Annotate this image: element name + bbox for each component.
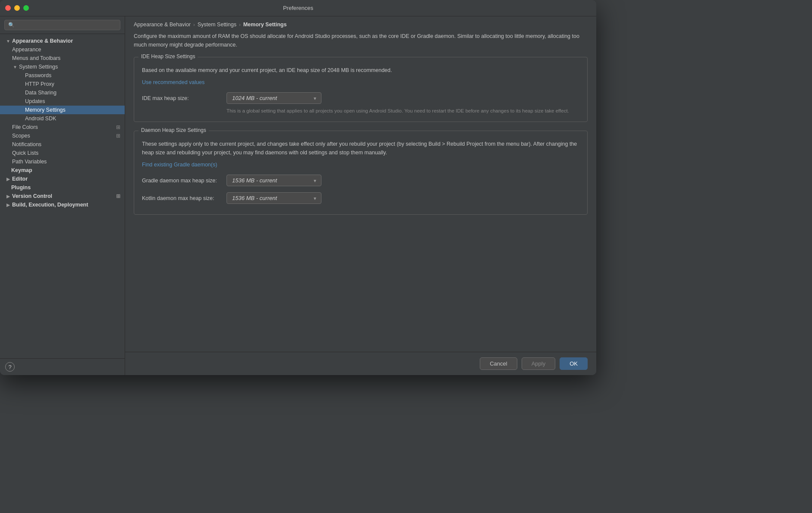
kotlin-label: Kotlin daemon max heap size: — [142, 195, 220, 201]
window-controls — [5, 5, 29, 11]
sidebar-item-label: Updates — [25, 98, 45, 104]
sidebar-item-plugins[interactable]: Plugins — [0, 183, 125, 192]
content-body: Configure the maximum amount of RAM the … — [125, 32, 596, 352]
gradle-heap-select[interactable]: 512 MB 750 MB 1024 MB 1536 MB - current … — [227, 175, 321, 186]
sidebar-item-file-colors[interactable]: File Colors ⊞ — [0, 123, 125, 131]
kotlin-heap-select-wrapper: 512 MB 750 MB 1024 MB 1536 MB - current … — [227, 192, 321, 204]
window-title: Preferences — [283, 5, 313, 11]
main-content: ▼ Appearance & Behavior Appearance Menus… — [0, 16, 596, 375]
use-recommended-link[interactable]: Use recommended values — [142, 79, 205, 85]
gradle-heap-select-wrapper: 512 MB 750 MB 1024 MB 1536 MB - current … — [227, 175, 321, 186]
ide-heap-select-wrapper: 512 MB 750 MB 1024 MB - current 1280 MB … — [227, 92, 321, 104]
sidebar-item-label: Scopes — [12, 133, 30, 139]
sidebar-item-label: File Colors — [12, 124, 38, 130]
sidebar-item-label: Appearance — [12, 47, 41, 53]
ok-button[interactable]: OK — [560, 357, 588, 370]
title-bar: Preferences — [0, 0, 596, 16]
sidebar-item-build-execution[interactable]: ▶ Build, Execution, Deployment — [0, 200, 125, 209]
content-panel: Appearance & Behavior › System Settings … — [125, 16, 596, 375]
sidebar-item-keymap[interactable]: Keymap — [0, 166, 125, 175]
arrow-icon: ▼ — [12, 64, 18, 70]
search-bar[interactable] — [0, 16, 125, 34]
settings-icon: ⊞ — [116, 193, 120, 199]
close-button[interactable] — [5, 5, 11, 11]
sidebar-item-label: Android SDK — [25, 116, 56, 122]
sidebar-item-label: Data Sharing — [25, 90, 57, 96]
sidebar-item-passwords[interactable]: Passwords — [0, 71, 125, 80]
sidebar-item-scopes[interactable]: Scopes ⊞ — [0, 131, 125, 140]
sidebar-footer: ? — [0, 358, 125, 375]
apply-button[interactable]: Apply — [522, 357, 556, 370]
ide-max-label: IDE max heap size: — [142, 95, 220, 101]
sidebar-item-appearance[interactable]: Appearance — [0, 45, 125, 54]
sidebar-item-label: Build, Execution, Deployment — [12, 202, 88, 208]
maximize-button[interactable] — [23, 5, 29, 11]
find-daemon-link[interactable]: Find existing Gradle daemon(s) — [142, 162, 217, 168]
dialog-footer: Cancel Apply OK — [125, 352, 596, 375]
sidebar-item-editor[interactable]: ▶ Editor — [0, 175, 125, 183]
sidebar-item-label: Notifications — [12, 141, 41, 147]
kotlin-heap-select[interactable]: 512 MB 750 MB 1024 MB 1536 MB - current … — [227, 192, 321, 204]
sidebar-item-label: Path Variables — [12, 159, 47, 165]
breadcrumb-part1: Appearance & Behavior — [134, 22, 191, 28]
daemon-heap-section: Daemon Heap Size Settings These settings… — [134, 131, 588, 215]
ide-heap-section: IDE Heap Size Settings Based on the avai… — [134, 57, 588, 122]
arrow-icon: ▶ — [5, 176, 11, 182]
sidebar-item-android-sdk[interactable]: Android SDK — [0, 114, 125, 123]
kotlin-heap-row: Kotlin daemon max heap size: 512 MB 750 … — [142, 192, 579, 204]
sidebar-item-label: System Settings — [19, 64, 58, 70]
breadcrumb: Appearance & Behavior › System Settings … — [125, 16, 596, 32]
arrow-icon: ▼ — [5, 38, 11, 44]
sidebar-item-label: Passwords — [25, 72, 51, 78]
sidebar-item-system-settings[interactable]: ▼ System Settings — [0, 63, 125, 71]
sidebar-item-updates[interactable]: Updates — [0, 97, 125, 106]
breadcrumb-sep2: › — [239, 22, 241, 27]
minimize-button[interactable] — [14, 5, 20, 11]
sidebar-item-path-variables[interactable]: Path Variables — [0, 157, 125, 166]
daemon-heap-section-content: These settings apply only to the current… — [134, 131, 587, 214]
help-button[interactable]: ? — [5, 362, 15, 372]
sidebar-item-data-sharing[interactable]: Data Sharing — [0, 88, 125, 97]
cancel-button[interactable]: Cancel — [480, 357, 517, 370]
ide-heap-row: IDE max heap size: 512 MB 750 MB 1024 MB… — [142, 92, 579, 104]
sidebar-item-label: Plugins — [11, 185, 31, 191]
sidebar-item-label: Appearance & Behavior — [12, 38, 73, 44]
sidebar-item-label: HTTP Proxy — [25, 81, 54, 87]
search-input[interactable] — [4, 20, 120, 30]
ide-heap-select[interactable]: 512 MB 750 MB 1024 MB - current 1280 MB … — [227, 92, 321, 104]
sidebar-item-quick-lists[interactable]: Quick Lists — [0, 149, 125, 157]
sidebar-item-memory-settings[interactable]: Memory Settings — [0, 106, 125, 114]
breadcrumb-current: Memory Settings — [243, 22, 287, 28]
page-description: Configure the maximum amount of RAM the … — [134, 32, 588, 49]
sidebar-item-label: Menus and Toolbars — [12, 55, 60, 61]
ide-hint: This is a global setting that applies to… — [227, 107, 579, 115]
breadcrumb-part2: System Settings — [198, 22, 236, 28]
breadcrumb-sep1: › — [193, 22, 195, 27]
gradle-heap-row: Gradle daemon max heap size: 512 MB 750 … — [142, 175, 579, 186]
sidebar: ▼ Appearance & Behavior Appearance Menus… — [0, 16, 125, 375]
settings-icon: ⊞ — [116, 133, 120, 139]
daemon-heap-section-label: Daemon Heap Size Settings — [138, 127, 209, 133]
sidebar-item-appearance-behavior[interactable]: ▼ Appearance & Behavior — [0, 37, 125, 45]
sidebar-item-label: Quick Lists — [12, 150, 38, 156]
ide-heap-section-content: Based on the available memory and your c… — [134, 57, 587, 122]
sidebar-item-label: Version Control — [12, 193, 52, 199]
arrow-icon: ▶ — [5, 193, 11, 199]
sidebar-item-label: Editor — [12, 176, 28, 182]
gradle-label: Gradle daemon max heap size: — [142, 178, 220, 184]
sidebar-item-label: Keymap — [11, 167, 32, 173]
arrow-icon: ▶ — [5, 202, 11, 208]
settings-icon: ⊞ — [116, 124, 120, 130]
daemon-description: These settings apply only to the current… — [142, 140, 579, 157]
sidebar-item-version-control[interactable]: ▶ Version Control ⊞ — [0, 192, 125, 200]
ide-recommendation: Based on the available memory and your c… — [142, 66, 579, 75]
sidebar-item-notifications[interactable]: Notifications — [0, 140, 125, 149]
sidebar-item-menus-toolbars[interactable]: Menus and Toolbars — [0, 54, 125, 63]
ide-heap-section-label: IDE Heap Size Settings — [138, 53, 198, 59]
sidebar-tree: ▼ Appearance & Behavior Appearance Menus… — [0, 34, 125, 358]
sidebar-item-label: Memory Settings — [25, 107, 66, 113]
sidebar-item-http-proxy[interactable]: HTTP Proxy — [0, 80, 125, 88]
